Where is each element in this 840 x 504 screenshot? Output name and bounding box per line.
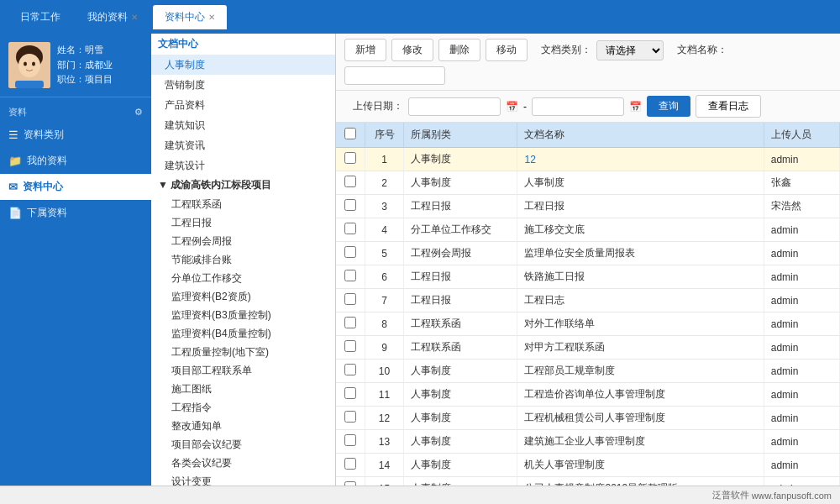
row-uploader-cell: admin	[764, 336, 839, 360]
row-checkbox[interactable]	[344, 317, 356, 328]
row-category-cell: 工程日报	[404, 195, 517, 218]
row-checkbox[interactable]	[344, 176, 356, 187]
row-num-cell: 10	[365, 360, 403, 383]
row-name-cell: 铁路施工日报	[517, 265, 764, 289]
tree-subitem-eng_diary[interactable]: 工程日报	[151, 213, 335, 232]
tab-datacenter-close[interactable]: ✕	[208, 13, 215, 22]
select-all-checkbox[interactable]	[344, 128, 356, 139]
row-name-link[interactable]: 12	[524, 154, 535, 165]
table-header-row: 序号 所属别类 文档名称 上传人员	[336, 123, 840, 148]
tree-group-project[interactable]: ▼ 成渝高铁内江标段项目	[151, 176, 335, 195]
tree-subitem-all_meeting[interactable]: 各类会议纪要	[151, 454, 335, 472]
name-label: 姓名：	[57, 45, 85, 55]
tree-subitem-eng_contact[interactable]: 工程联系函	[151, 195, 335, 213]
row-checkbox[interactable]	[344, 223, 356, 234]
calendar-end-icon[interactable]: 📅	[629, 101, 642, 113]
row-name-cell: 12	[517, 148, 764, 171]
row-checkbox[interactable]	[344, 434, 356, 446]
sidebar-item-category[interactable]: ☰ 资料类别	[0, 122, 151, 148]
row-category-cell: 分工单位工作移交	[404, 218, 517, 242]
tree-item-arch_know[interactable]: 建筑知识	[151, 115, 335, 135]
tree-subitem-proj_eng_list[interactable]: 项目部工程联系单	[151, 361, 335, 380]
row-checkbox[interactable]	[344, 199, 356, 211]
edit-button[interactable]: 修改	[391, 39, 433, 61]
sidebar-item-datacenter[interactable]: ✉ 资料中心	[0, 174, 151, 200]
left-tree-panel: 文档中心 人事制度营销制度产品资料建筑知识建筑资讯建筑设计▼ 成渝高铁内江标段项…	[151, 34, 336, 486]
row-uploader-cell: admin	[764, 265, 839, 289]
row-num-cell: 4	[365, 218, 403, 242]
tree-item-sales[interactable]: 营销制度	[151, 75, 335, 95]
row-checkbox-cell	[336, 383, 365, 407]
doc-type-label: 文档类别：	[541, 43, 591, 57]
folder-icon: 📁	[8, 155, 22, 167]
header-num-col: 序号	[365, 123, 403, 148]
tree-subitem-supervision_b2[interactable]: 监理资料(B2资质)	[151, 287, 335, 306]
row-checkbox[interactable]	[344, 411, 356, 423]
date-start-input[interactable]	[408, 97, 501, 116]
row-checkbox-cell	[336, 477, 365, 486]
tab-mydata-close[interactable]: ✕	[131, 13, 138, 22]
svg-point-4	[32, 62, 35, 66]
row-checkbox[interactable]	[344, 152, 356, 164]
tree-item-product[interactable]: 产品资料	[151, 95, 335, 115]
row-name-cell: 工程造价咨询单位人事管理制度	[517, 383, 764, 407]
gear-icon[interactable]: ⚙	[134, 107, 143, 118]
date-end-input[interactable]	[532, 97, 624, 116]
table-row: 1人事制度12admin	[336, 148, 840, 171]
delete-button[interactable]: 删除	[438, 39, 480, 61]
sidebar-item-mydata[interactable]: 📁 我的资料	[0, 148, 151, 174]
query-button[interactable]: 查询	[647, 96, 690, 117]
row-checkbox[interactable]	[344, 387, 356, 399]
tree-item-arch_design[interactable]: 建筑设计	[151, 155, 335, 176]
tree-subitem-eng_quality_ug[interactable]: 工程质量控制(地下室)	[151, 343, 335, 361]
nav-section-header: 资料 ⚙	[0, 102, 151, 122]
list-icon: ☰	[8, 129, 18, 141]
row-uploader-cell: admin	[764, 289, 839, 312]
tree-subitem-drawing[interactable]: 施工图纸	[151, 380, 335, 398]
toolbar-row1: 新增 修改 删除 移动 文档类别： 请选择 文档名称：	[336, 34, 840, 91]
table-row: 6工程日报铁路施工日报admin	[336, 265, 840, 289]
tree-subitem-design_change[interactable]: 设计变更	[151, 472, 335, 486]
tab-daily[interactable]: 日常工作	[8, 5, 72, 29]
sidebar-item-subdata[interactable]: 📄 下属资料	[0, 200, 151, 226]
row-category-cell: 工程联系函	[404, 336, 517, 360]
row-category-cell: 工程日报	[404, 289, 517, 312]
tab-mydata[interactable]: 我的资料 ✕	[76, 5, 150, 29]
doc-type-select[interactable]: 请选择	[596, 40, 664, 60]
tree-subitem-save_carbon[interactable]: 节能减排台账	[151, 250, 335, 269]
row-num-cell: 2	[365, 171, 403, 195]
view-log-button[interactable]: 查看日志	[696, 95, 761, 118]
tab-datacenter[interactable]: 资料中心 ✕	[153, 5, 227, 29]
sidebar-item-subdata-label: 下属资料	[27, 206, 67, 220]
calendar-start-icon[interactable]: 📅	[506, 101, 518, 113]
doc-name-input[interactable]	[344, 66, 445, 85]
sidebar: 姓名：明雪 部门：成都业 职位：项目目 资料 ⚙ ☰ 资料类别 📁	[0, 34, 151, 486]
row-checkbox[interactable]	[344, 270, 356, 281]
row-checkbox[interactable]	[344, 458, 356, 470]
sidebar-item-datacenter-label: 资料中心	[23, 180, 63, 194]
row-checkbox[interactable]	[344, 293, 356, 305]
tree-item-arch_news[interactable]: 建筑资讯	[151, 135, 335, 155]
row-checkbox[interactable]	[344, 246, 356, 258]
email-icon: ✉	[8, 181, 18, 193]
move-button[interactable]: 移动	[486, 39, 528, 61]
header-checkbox-col	[336, 123, 365, 148]
add-button[interactable]: 新增	[344, 39, 386, 61]
row-checkbox-cell	[336, 430, 365, 454]
tree-subitem-subunit_work[interactable]: 分单位工作移交	[151, 269, 335, 287]
row-checkbox[interactable]	[344, 340, 356, 352]
table-row: 13人事制度建筑施工企业人事管理制度admin	[336, 430, 840, 454]
tree-item-hr[interactable]: 人事制度	[151, 55, 335, 75]
row-name-cell: 人事制度	[517, 171, 764, 195]
tree-subitem-rectify_notice[interactable]: 整改通知单	[151, 417, 335, 435]
bottom-bar: 泛普软件 www.fanpusoft.com	[0, 486, 840, 504]
tree-root[interactable]: 文档中心	[151, 34, 335, 55]
tree-subitem-proj_meeting[interactable]: 项目部会议纪要	[151, 435, 335, 454]
row-checkbox[interactable]	[344, 364, 356, 375]
row-checkbox-cell	[336, 336, 365, 360]
table-row: 14人事制度机关人事管理制度admin	[336, 454, 840, 477]
tree-subitem-eng_instruction[interactable]: 工程指令	[151, 398, 335, 417]
tree-subitem-supervision_b3[interactable]: 监理资料(B3质量控制)	[151, 306, 335, 324]
tree-subitem-eng_meeting[interactable]: 工程例会周报	[151, 232, 335, 250]
tree-subitem-supervision_b4[interactable]: 监理资料(B4质量控制)	[151, 324, 335, 343]
